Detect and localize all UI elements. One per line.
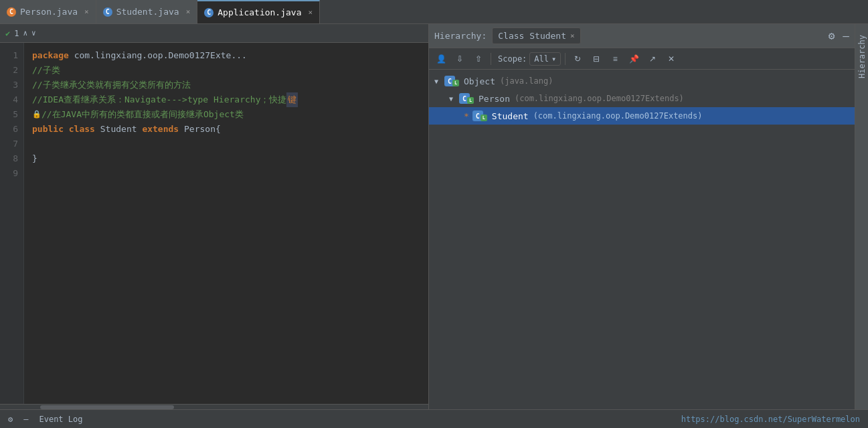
line-numbers: 1 2 3 4 5 6 7 8 9 xyxy=(0,43,24,404)
code-line-2: //子类 xyxy=(32,63,420,78)
class-name: Student xyxy=(100,122,143,137)
kw-public: public xyxy=(32,122,69,137)
hierarchy-refresh-btn[interactable]: ↻ xyxy=(570,51,586,67)
code-lines[interactable]: package com.lingxiang.oop.Demo0127Exte..… xyxy=(24,43,428,404)
student-icon-group: C L xyxy=(472,111,487,121)
application-tab-icon: C xyxy=(204,8,213,17)
hierarchy-panel: Hierarchy: Class Student × ⚙ — 👤 ⇩ ⇧ Sco… xyxy=(428,24,855,409)
toolbar-up-btn[interactable]: ∧ xyxy=(23,29,27,38)
hierarchy-collapse-btn[interactable]: ⊟ xyxy=(588,51,604,67)
hierarchy-close-btn[interactable]: ✕ xyxy=(663,51,679,67)
main-area: ✔ 1 ∧ ∨ 1 2 3 4 5 6 7 8 9 pack xyxy=(0,24,868,409)
line-num-2: 2 xyxy=(5,63,18,78)
code-scrollbar[interactable] xyxy=(0,404,428,409)
person-label: Person xyxy=(479,94,510,104)
line-num-7: 7 xyxy=(5,137,18,151)
code-line-1: package com.lingxiang.oop.Demo0127Exte..… xyxy=(32,48,420,63)
right-sidebar: Hierarchy xyxy=(855,24,868,409)
object-expand-arrow[interactable]: ▼ xyxy=(434,78,442,85)
application-tab-close[interactable]: × xyxy=(309,8,313,17)
tree-item-student[interactable]: * C L Student (com.lingxiang.oop.Demo012… xyxy=(429,107,855,125)
comment-line-5: //在JAVA中所有的类都直接或者间接继承Object类 xyxy=(41,107,244,122)
hierarchy-tab-label: Class Student xyxy=(498,31,566,41)
code-line-8: } xyxy=(32,151,420,166)
scope-select[interactable]: All ▾ xyxy=(529,52,561,66)
student-tab-label: Student.java xyxy=(116,7,179,17)
hierarchy-expand-btn[interactable]: ≡ xyxy=(607,51,623,67)
code-line-4: //IDEA查看继承关系：Navigate--->type Hierarchy；… xyxy=(32,92,420,107)
object-label: Object xyxy=(464,76,495,86)
code-editor: ✔ 1 ∧ ∨ 1 2 3 4 5 6 7 8 9 pack xyxy=(0,24,428,409)
kw-class: class xyxy=(69,122,100,137)
hierarchy-btn-supertypes[interactable]: ⇧ xyxy=(470,51,487,67)
tree-item-person[interactable]: ▼ C L Person (com.lingxiang.oop.Demo0127… xyxy=(429,90,855,107)
object-icon-group: C L xyxy=(444,76,459,86)
hierarchy-export-btn[interactable]: ↗ xyxy=(644,51,661,67)
tab-application[interactable]: C Application.java × xyxy=(197,0,320,23)
student-detail: (com.lingxiang.oop.Demo0127Extends) xyxy=(533,111,703,121)
hierarchy-btn-subtypes[interactable]: ⇩ xyxy=(452,51,468,67)
student-tab-icon: C xyxy=(103,7,112,17)
code-line-6: public class Student extends Person{ xyxy=(32,122,420,137)
code-content: 1 2 3 4 5 6 7 8 9 package com.lingxiang.… xyxy=(0,43,428,404)
bottom-minus-icon[interactable]: — xyxy=(23,415,28,424)
tree-item-object[interactable]: ▼ C L Object (java.lang) xyxy=(429,72,855,90)
line-num-9: 9 xyxy=(5,166,18,181)
person-icon-group: C L xyxy=(459,93,474,104)
line-num-3: 3 xyxy=(5,78,18,92)
event-log-label[interactable]: Event Log xyxy=(39,415,82,424)
person-expand-arrow[interactable]: ▼ xyxy=(449,95,457,102)
comment-line-3: //子类继承父类就有拥有父类所有的方法 xyxy=(32,78,191,92)
hierarchy-btn-person[interactable]: 👤 xyxy=(433,51,449,67)
hierarchy-pin-btn[interactable]: 📌 xyxy=(626,51,642,67)
comment-line-2: //子类 xyxy=(32,63,60,78)
hierarchy-class-tab[interactable]: Class Student × xyxy=(492,27,580,44)
line-num-1: 1 xyxy=(5,48,18,63)
bottom-bar: ⚙ — Event Log https://blog.csdn.net/Supe… xyxy=(0,409,868,428)
code-line-7 xyxy=(32,137,420,151)
check-icon: ✔ xyxy=(5,29,10,38)
line-num-4: 4 xyxy=(5,92,18,107)
lock-icon: 🔒 xyxy=(32,107,41,122)
line-num-5: 5 xyxy=(5,107,18,122)
code-line-3: //子类继承父类就有拥有父类所有的方法 xyxy=(32,78,420,92)
scope-value: All xyxy=(534,54,549,64)
student-tab-close[interactable]: × xyxy=(186,7,191,16)
object-detail: (java.lang) xyxy=(500,76,553,86)
person-tab-close[interactable]: × xyxy=(84,7,89,16)
code-line-9 xyxy=(32,166,420,181)
line-num-8: 8 xyxy=(5,151,18,166)
keyword-package: package xyxy=(32,48,74,63)
hierarchy-tab-close-btn[interactable]: × xyxy=(570,31,575,40)
right-sidebar-label[interactable]: Hierarchy xyxy=(856,29,868,84)
tab-student[interactable]: C Student.java × xyxy=(96,0,198,23)
tab-person[interactable]: C Person.java × xyxy=(0,0,96,23)
highlight-text: 键 xyxy=(286,92,298,107)
kw-extends: extends xyxy=(142,122,184,137)
editor-toolbar: ✔ 1 ∧ ∨ xyxy=(0,24,428,43)
hierarchy-settings-icon[interactable]: ⚙ xyxy=(829,29,835,42)
scope-dropdown-icon: ▾ xyxy=(551,54,556,64)
closing-brace: } xyxy=(32,151,37,166)
application-tab-label: Application.java xyxy=(218,7,301,17)
object-badge-icon: L xyxy=(452,80,459,86)
hierarchy-toolbar: 👤 ⇩ ⇧ Scope: All ▾ ↻ ⊟ ≡ 📌 ↗ ✕ xyxy=(429,48,855,70)
person-badge-icon: L xyxy=(467,97,474,104)
toolbar-count: 1 xyxy=(14,29,19,38)
person-tab-icon: C xyxy=(7,7,16,17)
student-label: Student xyxy=(492,111,529,121)
hierarchy-minimize-icon[interactable]: — xyxy=(843,29,849,42)
package-name: com.lingxiang.oop.Demo0127Exte... xyxy=(74,48,247,63)
hierarchy-title: Hierarchy: xyxy=(434,31,487,41)
hierarchy-tree[interactable]: ▼ C L Object (java.lang) ▼ C L Person (c… xyxy=(429,70,855,409)
tab-bar: C Person.java × C Student.java × C Appli… xyxy=(0,0,868,24)
toolbar-down-btn[interactable]: ∨ xyxy=(31,29,36,38)
person-tab-label: Person.java xyxy=(20,7,78,17)
person-detail: (com.lingxiang.oop.Demo0127Extends) xyxy=(515,94,684,103)
comment-line-4: //IDEA查看继承关系：Navigate--->type Hierarchy；… xyxy=(32,92,286,107)
student-badge-icon: L xyxy=(481,115,487,121)
bottom-gear-icon[interactable]: ⚙ xyxy=(8,415,13,424)
toolbar-separator-2 xyxy=(565,53,566,65)
parent-class-name: Person{ xyxy=(184,122,221,137)
toolbar-separator-1 xyxy=(491,53,491,65)
